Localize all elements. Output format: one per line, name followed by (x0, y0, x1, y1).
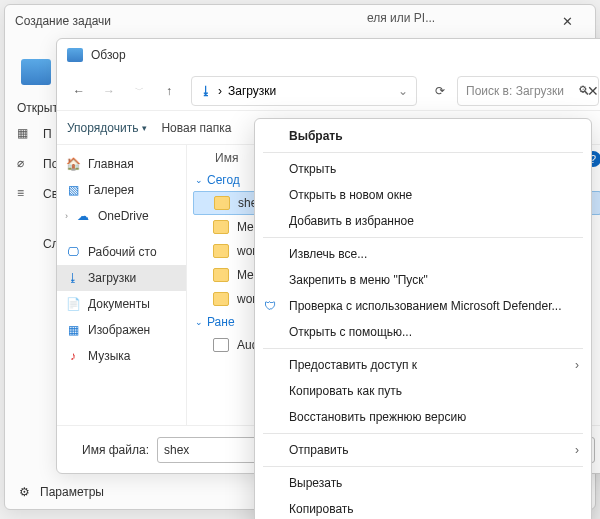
folder-icon (213, 244, 229, 258)
ctx-cut[interactable]: Вырезать (255, 470, 591, 496)
tree-pictures[interactable]: ▦Изображен (57, 317, 186, 343)
chevron-down-icon: ⌄ (195, 175, 203, 185)
ctx-extract[interactable]: Извлечь все... (255, 241, 591, 267)
refresh-button[interactable]: ⟳ (425, 76, 455, 106)
dialog-close-icon[interactable]: ✕ (587, 83, 599, 99)
fd-app-icon (67, 48, 83, 62)
ctx-copy-path[interactable]: Копировать как путь (255, 378, 591, 404)
ctx-share[interactable]: Предоставить доступ к› (255, 352, 591, 378)
chevron-down-icon: ⌄ (195, 317, 203, 327)
chevron-down-icon: ▾ (142, 123, 147, 133)
tree-onedrive[interactable]: ›☁OneDrive (57, 203, 186, 229)
app-icon (21, 59, 51, 85)
side-p[interactable]: П (43, 127, 52, 141)
tree-downloads[interactable]: ⭳Загрузки (57, 265, 186, 291)
recent-dropdown[interactable]: ﹀ (125, 77, 153, 105)
search-input[interactable]: Поиск в: Загрузки 🔍︎ (457, 76, 599, 106)
layers-icon: ▦ (17, 126, 33, 142)
cloud-icon: ☁ (75, 208, 91, 224)
up-button[interactable]: ↑ (155, 77, 183, 105)
close-icon[interactable]: ✕ (549, 14, 585, 29)
tab-fragment: еля или PI... (367, 11, 435, 25)
folder-icon (214, 196, 230, 210)
params-label: Параметры (40, 485, 104, 499)
task-title: Создание задачи (15, 14, 111, 28)
list-icon: ≡ (17, 186, 33, 202)
nav-tree: 🏠Главная ▧Галерея ›☁OneDrive 🖵Рабочий ст… (57, 145, 187, 425)
shield-icon: 🛡 (264, 299, 279, 314)
download-icon: ⭳ (200, 84, 212, 98)
ctx-fav[interactable]: Добавить в избранное (255, 208, 591, 234)
ctx-send[interactable]: Отправить› (255, 437, 591, 463)
new-folder-button[interactable]: Новая папка (161, 121, 231, 135)
desktop-icon: 🖵 (65, 244, 81, 260)
pictures-icon: ▦ (65, 322, 81, 338)
dialog-title: Обзор (91, 48, 126, 62)
people-icon: ⌀ (17, 156, 33, 172)
ctx-pin-start[interactable]: Закрепить в меню "Пуск" (255, 267, 591, 293)
context-menu: Выбрать Открыть Открыть в новом окне Доб… (254, 118, 592, 519)
back-button[interactable]: ← (65, 77, 93, 105)
path-text[interactable]: Загрузки (228, 84, 276, 98)
audio-icon (213, 338, 229, 352)
tree-documents[interactable]: 📄Документы (57, 291, 186, 317)
music-icon: ♪ (65, 348, 81, 364)
folder-icon (213, 220, 229, 234)
chevron-down-icon[interactable]: ⌄ (398, 84, 408, 98)
forward-button[interactable]: → (95, 77, 123, 105)
path-bar[interactable]: ⭳ › Загрузки ⌄ (191, 76, 417, 106)
download-icon: ⭳ (65, 270, 81, 286)
organize-dropdown[interactable]: Упорядочить▾ (67, 121, 147, 135)
ctx-select[interactable]: Выбрать (255, 123, 591, 149)
ctx-open[interactable]: Открыть (255, 156, 591, 182)
gear-icon: ⚙ (19, 485, 30, 499)
chevron-right-icon: › (575, 358, 579, 372)
chevron-right-icon: › (65, 211, 68, 221)
ctx-copy[interactable]: Копировать (255, 496, 591, 519)
path-sep: › (218, 84, 222, 98)
params-row[interactable]: ⚙ Параметры (19, 485, 104, 499)
ctx-restore[interactable]: Восстановить прежнюю версию (255, 404, 591, 430)
folder-icon (213, 292, 229, 306)
home-icon: 🏠 (65, 156, 81, 172)
tree-home[interactable]: 🏠Главная (57, 151, 186, 177)
filename-label: Имя файла: (69, 443, 149, 457)
folder-icon (213, 268, 229, 282)
chevron-right-icon: › (575, 443, 579, 457)
documents-icon: 📄 (65, 296, 81, 312)
ctx-defender[interactable]: 🛡Проверка с использованием Microsoft Def… (255, 293, 591, 319)
gallery-icon: ▧ (65, 182, 81, 198)
tree-desktop[interactable]: 🖵Рабочий сто (57, 239, 186, 265)
tree-gallery[interactable]: ▧Галерея (57, 177, 186, 203)
tree-music[interactable]: ♪Музыка (57, 343, 186, 369)
search-placeholder: Поиск в: Загрузки (466, 84, 564, 98)
ctx-open-new[interactable]: Открыть в новом окне (255, 182, 591, 208)
organize-label: Упорядочить (67, 121, 138, 135)
ctx-open-with[interactable]: Открыть с помощью... (255, 319, 591, 345)
